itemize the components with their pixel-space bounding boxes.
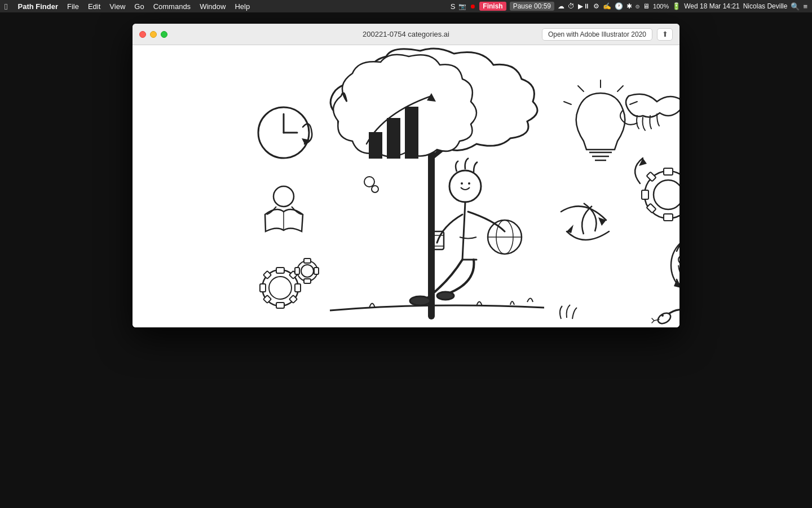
cloud-icon: ☁ xyxy=(558,2,564,10)
svg-rect-34 xyxy=(295,268,299,274)
finder-window: 200221-0754 categories.ai Open with Adob… xyxy=(133,24,679,327)
svg-rect-54 xyxy=(642,190,648,199)
username: Nicolas Deville xyxy=(743,2,788,10)
pause-button[interactable]: Pause 00:59 xyxy=(510,2,554,11)
svg-point-4 xyxy=(461,182,463,185)
svg-rect-32 xyxy=(304,259,311,263)
time-icon: ⏱ xyxy=(568,2,575,10)
svg-point-71 xyxy=(661,314,664,317)
svg-point-5 xyxy=(468,182,470,185)
close-button[interactable] xyxy=(139,31,146,38)
activity-icon: ▶⏸ xyxy=(578,2,590,10)
svg-rect-23 xyxy=(276,303,284,308)
svg-line-49 xyxy=(630,102,637,104)
menu-file[interactable]: File xyxy=(63,2,83,11)
svg-point-3 xyxy=(449,170,481,202)
bluetooth-icon: ✱ xyxy=(626,2,632,10)
svg-rect-25 xyxy=(295,284,301,292)
menu-help[interactable]: Help xyxy=(230,2,254,11)
menu-app-name[interactable]: Path Finder xyxy=(13,2,63,11)
script-editor-icon: S xyxy=(451,2,456,11)
illustration-svg: B2B xyxy=(133,45,679,327)
finish-button[interactable]: Finish xyxy=(479,2,506,11)
menu-commands[interactable]: Commands xyxy=(149,2,195,11)
svg-rect-53 xyxy=(664,214,673,221)
window-controls xyxy=(139,31,167,38)
battery-icon: 🔋 xyxy=(672,2,681,10)
svg-point-21 xyxy=(269,277,292,299)
svg-rect-26 xyxy=(263,271,271,279)
svg-point-67 xyxy=(678,256,679,264)
svg-marker-60 xyxy=(639,158,647,166)
menu-go[interactable]: Go xyxy=(130,2,148,11)
svg-point-36 xyxy=(372,186,378,192)
window-title: 200221-0754 categories.ai xyxy=(363,30,449,38)
titlebar-actions: Open with Adobe Illustrator 2020 ⬆ xyxy=(542,28,673,41)
svg-rect-33 xyxy=(304,279,311,283)
svg-point-18 xyxy=(273,186,294,207)
clock-icon: 🕐 xyxy=(615,2,623,10)
svg-point-7 xyxy=(437,292,454,300)
menu-view[interactable]: View xyxy=(105,2,130,11)
svg-rect-40 xyxy=(405,107,418,158)
svg-point-37 xyxy=(364,177,374,187)
camera-icon: 📷 xyxy=(458,3,466,10)
workflow-icon: ⚙ xyxy=(593,2,599,10)
share-button[interactable]: ⬆ xyxy=(657,28,673,41)
svg-point-6 xyxy=(410,296,430,305)
record-icon: ⏺ xyxy=(470,3,476,10)
menu-window[interactable]: Window xyxy=(195,2,230,11)
image-preview-area: B2B xyxy=(133,45,679,327)
open-with-button[interactable]: Open with Adobe Illustrator 2020 xyxy=(542,28,652,41)
svg-rect-35 xyxy=(314,268,319,274)
menubar-right: S 📷 ⏺ Finish Pause 00:59 ☁ ⏱ ▶⏸ ⚙ ✍ 🕐 ✱ … xyxy=(451,2,807,11)
svg-rect-22 xyxy=(276,268,284,273)
minimize-button[interactable] xyxy=(150,31,157,38)
desktop: 200221-0754 categories.ai Open with Adob… xyxy=(0,12,812,508)
display-icon: 🖥 xyxy=(643,2,650,10)
svg-rect-58 xyxy=(647,204,656,213)
menu-edit[interactable]: Edit xyxy=(83,2,105,11)
svg-line-46 xyxy=(578,86,584,91)
menubar:  Path Finder File Edit View Go Commands… xyxy=(0,0,812,12)
datetime: Wed 18 Mar 14:21 xyxy=(684,2,740,10)
window-titlebar: 200221-0754 categories.ai Open with Adob… xyxy=(133,24,679,45)
svg-line-47 xyxy=(617,86,623,91)
battery-level: 100% xyxy=(653,3,669,10)
notch-icon: ≡ xyxy=(803,2,807,11)
search-icon[interactable]: 🔍 xyxy=(791,2,800,11)
apple-menu[interactable]:  xyxy=(5,2,7,11)
svg-line-48 xyxy=(564,102,571,104)
svg-rect-24 xyxy=(260,284,266,292)
share-icon: ⬆ xyxy=(662,30,668,38)
wifi-icon: ⌾ xyxy=(636,2,639,10)
maximize-button[interactable] xyxy=(161,31,167,38)
signature-icon: ✍ xyxy=(603,2,611,10)
svg-rect-56 xyxy=(647,172,656,182)
svg-point-31 xyxy=(301,265,314,277)
svg-rect-52 xyxy=(664,168,673,175)
svg-point-51 xyxy=(654,180,679,209)
svg-rect-39 xyxy=(387,119,400,158)
